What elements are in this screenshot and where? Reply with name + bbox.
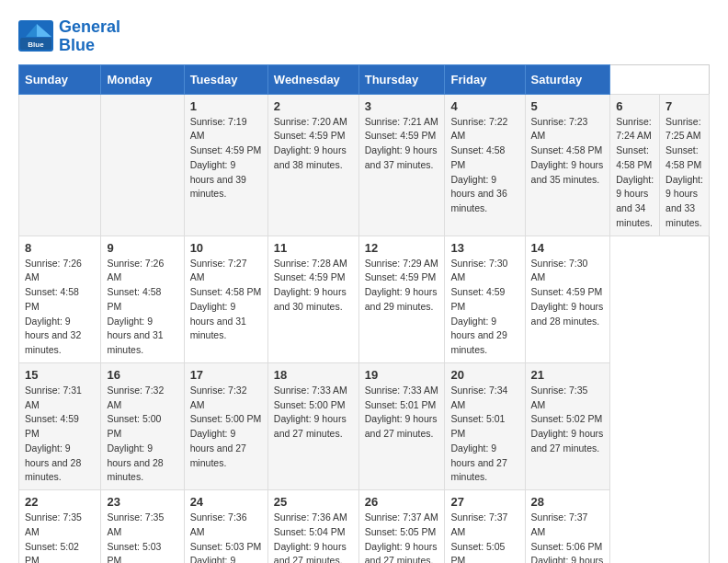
day-number: 12 xyxy=(365,241,439,255)
day-info: Sunrise: 7:28 AM Sunset: 4:59 PM Dayligh… xyxy=(274,257,353,315)
day-number: 11 xyxy=(274,241,353,255)
day-info: Sunrise: 7:20 AM Sunset: 4:59 PM Dayligh… xyxy=(274,115,353,173)
day-number: 4 xyxy=(450,99,518,113)
calendar-day-cell: 28 Sunrise: 7:37 AM Sunset: 5:06 PM Dayl… xyxy=(525,490,610,563)
day-info: Sunrise: 7:32 AM Sunset: 5:00 PM Dayligh… xyxy=(107,384,177,485)
day-number: 9 xyxy=(107,241,177,255)
logo-icon: Blue xyxy=(18,20,55,52)
day-number: 10 xyxy=(190,241,262,255)
day-number: 1 xyxy=(190,99,262,113)
day-number: 2 xyxy=(274,99,353,113)
day-info: Sunrise: 7:36 AM Sunset: 5:03 PM Dayligh… xyxy=(190,511,262,563)
day-number: 7 xyxy=(665,99,703,113)
calendar-day-cell: 25 Sunrise: 7:36 AM Sunset: 5:04 PM Dayl… xyxy=(267,490,358,563)
calendar-day-cell: 13 Sunrise: 7:30 AM Sunset: 4:59 PM Dayl… xyxy=(445,236,525,362)
calendar-day-cell: 14 Sunrise: 7:30 AM Sunset: 4:59 PM Dayl… xyxy=(525,236,610,362)
calendar-day-cell: 23 Sunrise: 7:35 AM Sunset: 5:03 PM Dayl… xyxy=(101,490,184,563)
calendar-week-row: 22 Sunrise: 7:35 AM Sunset: 5:02 PM Dayl… xyxy=(19,490,710,563)
calendar-day-cell: 11 Sunrise: 7:28 AM Sunset: 4:59 PM Dayl… xyxy=(267,236,358,362)
calendar-week-row: 15 Sunrise: 7:31 AM Sunset: 4:59 PM Dayl… xyxy=(19,362,710,489)
day-info: Sunrise: 7:35 AM Sunset: 5:03 PM Dayligh… xyxy=(107,511,177,563)
calendar-day-cell: 16 Sunrise: 7:32 AM Sunset: 5:00 PM Dayl… xyxy=(101,362,184,489)
calendar-day-cell: 1 Sunrise: 7:19 AM Sunset: 4:59 PM Dayli… xyxy=(184,94,267,236)
calendar-week-row: 1 Sunrise: 7:19 AM Sunset: 4:59 PM Dayli… xyxy=(19,94,710,236)
day-info: Sunrise: 7:22 AM Sunset: 4:58 PM Dayligh… xyxy=(450,115,518,216)
day-info: Sunrise: 7:32 AM Sunset: 5:00 PM Dayligh… xyxy=(190,384,262,471)
calendar-body: 1 Sunrise: 7:19 AM Sunset: 4:59 PM Dayli… xyxy=(19,94,710,563)
day-number: 26 xyxy=(365,495,439,509)
day-info: Sunrise: 7:23 AM Sunset: 4:58 PM Dayligh… xyxy=(531,115,605,188)
calendar-day-cell: 15 Sunrise: 7:31 AM Sunset: 4:59 PM Dayl… xyxy=(19,362,101,489)
day-info: Sunrise: 7:30 AM Sunset: 4:59 PM Dayligh… xyxy=(531,257,605,329)
calendar-day-cell: 7 Sunrise: 7:25 AM Sunset: 4:58 PM Dayli… xyxy=(660,94,710,236)
day-number: 15 xyxy=(25,368,95,382)
calendar-day-cell: 26 Sunrise: 7:37 AM Sunset: 5:05 PM Dayl… xyxy=(358,490,445,563)
day-number: 19 xyxy=(365,368,439,382)
day-info: Sunrise: 7:33 AM Sunset: 5:00 PM Dayligh… xyxy=(274,384,353,442)
page-header: Blue General Blue xyxy=(18,18,710,55)
day-number: 18 xyxy=(274,368,353,382)
calendar-day-cell: 5 Sunrise: 7:23 AM Sunset: 4:58 PM Dayli… xyxy=(525,94,610,236)
empty-cell xyxy=(101,94,184,236)
calendar-day-cell: 3 Sunrise: 7:21 AM Sunset: 4:59 PM Dayli… xyxy=(358,94,445,236)
day-info: Sunrise: 7:27 AM Sunset: 4:58 PM Dayligh… xyxy=(190,257,262,344)
calendar-day-cell: 4 Sunrise: 7:22 AM Sunset: 4:58 PM Dayli… xyxy=(445,94,525,236)
day-info: Sunrise: 7:30 AM Sunset: 4:59 PM Dayligh… xyxy=(450,257,518,358)
weekday-header: Saturday xyxy=(525,64,610,94)
day-number: 17 xyxy=(190,368,262,382)
day-info: Sunrise: 7:35 AM Sunset: 5:02 PM Dayligh… xyxy=(531,384,605,456)
day-number: 22 xyxy=(25,495,95,509)
calendar-day-cell: 17 Sunrise: 7:32 AM Sunset: 5:00 PM Dayl… xyxy=(184,362,267,489)
calendar-day-cell: 10 Sunrise: 7:27 AM Sunset: 4:58 PM Dayl… xyxy=(184,236,267,362)
day-number: 5 xyxy=(531,99,605,113)
calendar-day-cell: 9 Sunrise: 7:26 AM Sunset: 4:58 PM Dayli… xyxy=(101,236,184,362)
day-info: Sunrise: 7:37 AM Sunset: 5:05 PM Dayligh… xyxy=(365,511,439,563)
empty-cell xyxy=(19,94,101,236)
day-info: Sunrise: 7:26 AM Sunset: 4:58 PM Dayligh… xyxy=(107,257,177,358)
calendar-day-cell: 2 Sunrise: 7:20 AM Sunset: 4:59 PM Dayli… xyxy=(267,94,358,236)
calendar-day-cell: 27 Sunrise: 7:37 AM Sunset: 5:05 PM Dayl… xyxy=(445,490,525,563)
weekday-header: Friday xyxy=(445,64,525,94)
calendar-day-cell: 18 Sunrise: 7:33 AM Sunset: 5:00 PM Dayl… xyxy=(267,362,358,489)
day-number: 21 xyxy=(531,368,605,382)
day-info: Sunrise: 7:29 AM Sunset: 4:59 PM Dayligh… xyxy=(365,257,439,315)
day-info: Sunrise: 7:26 AM Sunset: 4:58 PM Dayligh… xyxy=(25,257,95,358)
day-number: 20 xyxy=(450,368,518,382)
day-info: Sunrise: 7:34 AM Sunset: 5:01 PM Dayligh… xyxy=(450,384,518,485)
calendar-day-cell: 12 Sunrise: 7:29 AM Sunset: 4:59 PM Dayl… xyxy=(358,236,445,362)
calendar-header: SundayMondayTuesdayWednesdayThursdayFrid… xyxy=(19,64,710,94)
weekday-header: Wednesday xyxy=(267,64,358,94)
logo: Blue General Blue xyxy=(18,18,120,55)
day-number: 13 xyxy=(450,241,518,255)
day-number: 25 xyxy=(274,495,353,509)
weekday-header: Thursday xyxy=(358,64,445,94)
day-number: 6 xyxy=(616,99,654,113)
day-info: Sunrise: 7:25 AM Sunset: 4:58 PM Dayligh… xyxy=(665,115,703,231)
day-info: Sunrise: 7:21 AM Sunset: 4:59 PM Dayligh… xyxy=(365,115,439,173)
day-info: Sunrise: 7:36 AM Sunset: 5:04 PM Dayligh… xyxy=(274,511,353,563)
weekday-header: Sunday xyxy=(19,64,101,94)
calendar-table: SundayMondayTuesdayWednesdayThursdayFrid… xyxy=(18,64,710,563)
day-info: Sunrise: 7:37 AM Sunset: 5:05 PM Dayligh… xyxy=(450,511,518,563)
svg-text:Blue: Blue xyxy=(28,40,44,49)
calendar-day-cell: 21 Sunrise: 7:35 AM Sunset: 5:02 PM Dayl… xyxy=(525,362,610,489)
day-info: Sunrise: 7:31 AM Sunset: 4:59 PM Dayligh… xyxy=(25,384,95,485)
day-info: Sunrise: 7:35 AM Sunset: 5:02 PM Dayligh… xyxy=(25,511,95,563)
day-number: 28 xyxy=(531,495,605,509)
calendar-day-cell: 19 Sunrise: 7:33 AM Sunset: 5:01 PM Dayl… xyxy=(358,362,445,489)
day-number: 24 xyxy=(190,495,262,509)
day-info: Sunrise: 7:37 AM Sunset: 5:06 PM Dayligh… xyxy=(531,511,605,563)
weekday-header: Monday xyxy=(101,64,184,94)
calendar-day-cell: 24 Sunrise: 7:36 AM Sunset: 5:03 PM Dayl… xyxy=(184,490,267,563)
calendar-day-cell: 6 Sunrise: 7:24 AM Sunset: 4:58 PM Dayli… xyxy=(610,94,660,236)
day-number: 8 xyxy=(25,241,95,255)
day-info: Sunrise: 7:33 AM Sunset: 5:01 PM Dayligh… xyxy=(365,384,439,442)
calendar-day-cell: 8 Sunrise: 7:26 AM Sunset: 4:58 PM Dayli… xyxy=(19,236,101,362)
day-number: 16 xyxy=(107,368,177,382)
calendar-day-cell: 20 Sunrise: 7:34 AM Sunset: 5:01 PM Dayl… xyxy=(445,362,525,489)
calendar-day-cell: 22 Sunrise: 7:35 AM Sunset: 5:02 PM Dayl… xyxy=(19,490,101,563)
day-info: Sunrise: 7:24 AM Sunset: 4:58 PM Dayligh… xyxy=(616,115,654,231)
day-info: Sunrise: 7:19 AM Sunset: 4:59 PM Dayligh… xyxy=(190,115,262,202)
day-number: 27 xyxy=(450,495,518,509)
calendar-week-row: 8 Sunrise: 7:26 AM Sunset: 4:58 PM Dayli… xyxy=(19,236,710,362)
